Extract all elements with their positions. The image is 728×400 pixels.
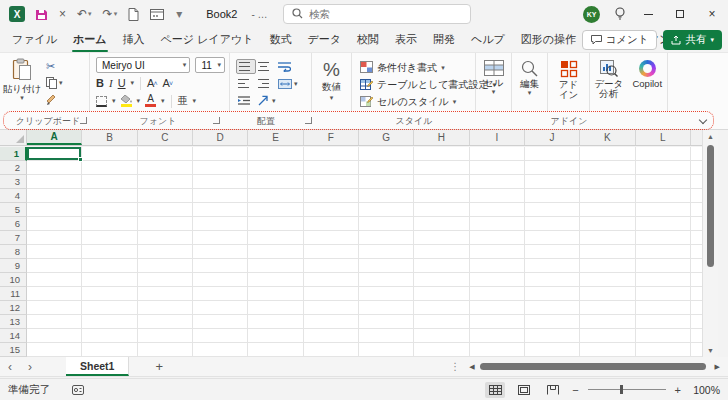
cell-partial[interactable] xyxy=(691,175,702,189)
cell-L2[interactable] xyxy=(636,161,691,175)
column-header-L[interactable]: L xyxy=(636,130,691,145)
column-header-K[interactable]: K xyxy=(580,130,635,145)
ribbon-tab-8[interactable]: 開発 xyxy=(425,28,463,52)
merge-center-button[interactable]: ▾ xyxy=(276,76,306,91)
column-header-A[interactable]: A xyxy=(27,130,82,145)
cell-B11[interactable] xyxy=(82,287,137,301)
new-file-icon[interactable] xyxy=(128,8,139,21)
cell-E13[interactable] xyxy=(248,315,303,329)
fill-color-dropdown[interactable]: ▾ xyxy=(137,97,141,105)
number-format-button[interactable]: % 数値 ▾ xyxy=(312,56,351,102)
cell-K13[interactable] xyxy=(580,315,635,329)
fill-color-button[interactable] xyxy=(121,95,132,107)
column-header-E[interactable]: E xyxy=(248,130,303,145)
search-input[interactable] xyxy=(309,8,439,20)
cell-I11[interactable] xyxy=(470,287,525,301)
clipboard-dialog-launcher[interactable] xyxy=(80,117,87,124)
cell-D8[interactable] xyxy=(193,245,248,259)
cell-F3[interactable] xyxy=(304,175,359,189)
cell-A4[interactable] xyxy=(27,189,82,203)
cell-D4[interactable] xyxy=(193,189,248,203)
row-header-9[interactable]: 9 xyxy=(0,259,27,273)
cell-partial[interactable] xyxy=(691,203,702,217)
cell-J1[interactable] xyxy=(525,147,580,161)
ribbon-tab-9[interactable]: ヘルプ xyxy=(463,28,513,52)
cell-partial[interactable] xyxy=(691,217,702,231)
cell-G10[interactable] xyxy=(359,273,414,287)
column-header-H[interactable]: H xyxy=(414,130,469,145)
row-header-15[interactable]: 15 xyxy=(0,343,27,357)
cell-H12[interactable] xyxy=(414,301,469,315)
cell-A13[interactable] xyxy=(27,315,82,329)
underline-dropdown[interactable]: ▾ xyxy=(131,79,135,87)
cell-F15[interactable] xyxy=(304,343,359,357)
cell-B9[interactable] xyxy=(82,259,137,273)
zoom-level[interactable]: 100% xyxy=(690,384,720,396)
alignment-dialog-launcher[interactable] xyxy=(305,117,312,124)
decrease-font-button[interactable]: A˅ xyxy=(163,77,173,89)
cell-H13[interactable] xyxy=(414,315,469,329)
cell-H8[interactable] xyxy=(414,245,469,259)
cell-H9[interactable] xyxy=(414,259,469,273)
borders-dropdown[interactable]: ▾ xyxy=(112,97,116,105)
cell-E5[interactable] xyxy=(248,203,303,217)
row-header-2[interactable]: 2 xyxy=(0,161,27,175)
cell-K5[interactable] xyxy=(580,203,635,217)
cell-E1[interactable] xyxy=(248,147,303,161)
cell-F12[interactable] xyxy=(304,301,359,315)
cell-K12[interactable] xyxy=(580,301,635,315)
borders-button[interactable] xyxy=(96,96,107,107)
cell-L13[interactable] xyxy=(636,315,691,329)
cell-G2[interactable] xyxy=(359,161,414,175)
lightbulb-icon[interactable] xyxy=(614,7,626,21)
cell-J3[interactable] xyxy=(525,175,580,189)
cell-F2[interactable] xyxy=(304,161,359,175)
cell-partial[interactable] xyxy=(691,329,702,343)
cell-H10[interactable] xyxy=(414,273,469,287)
cell-K8[interactable] xyxy=(580,245,635,259)
cell-A5[interactable] xyxy=(27,203,82,217)
cell-D12[interactable] xyxy=(193,301,248,315)
cell-B13[interactable] xyxy=(82,315,137,329)
cell-B8[interactable] xyxy=(82,245,137,259)
cell-D3[interactable] xyxy=(193,175,248,189)
cell-D2[interactable] xyxy=(193,161,248,175)
cell-L5[interactable] xyxy=(636,203,691,217)
cell-I1[interactable] xyxy=(470,147,525,161)
cells-button[interactable]: セル ▾ xyxy=(484,56,504,96)
row-header-3[interactable]: 3 xyxy=(0,175,27,189)
horizontal-scroll-thumb[interactable] xyxy=(480,363,706,370)
increase-font-button[interactable]: A˄ xyxy=(147,77,157,89)
cell-C4[interactable] xyxy=(138,189,193,203)
zoom-out-button[interactable]: − xyxy=(572,384,578,396)
cell-G14[interactable] xyxy=(359,329,414,343)
share-button[interactable]: 共有 ▾ xyxy=(663,30,722,50)
cell-G3[interactable] xyxy=(359,175,414,189)
cell-E7[interactable] xyxy=(248,231,303,245)
cell-C9[interactable] xyxy=(138,259,193,273)
cell-G5[interactable] xyxy=(359,203,414,217)
cell-L15[interactable] xyxy=(636,343,691,357)
cell-H14[interactable] xyxy=(414,329,469,343)
cell-F6[interactable] xyxy=(304,217,359,231)
cell-L6[interactable] xyxy=(636,217,691,231)
row-header-7[interactable]: 7 xyxy=(0,231,27,245)
cell-J9[interactable] xyxy=(525,259,580,273)
cell-K7[interactable] xyxy=(580,231,635,245)
qat-overflow-icon[interactable]: ▾ xyxy=(176,7,182,21)
vertical-scroll-thumb[interactable] xyxy=(707,145,714,267)
cell-J4[interactable] xyxy=(525,189,580,203)
align-right-button[interactable] xyxy=(256,76,276,91)
bold-button[interactable]: B xyxy=(96,77,104,89)
align-top-button[interactable] xyxy=(236,59,256,74)
font-color-dropdown[interactable]: ▾ xyxy=(161,97,165,105)
cell-G15[interactable] xyxy=(359,343,414,357)
cell-A15[interactable] xyxy=(27,343,82,357)
search-box[interactable] xyxy=(283,4,471,24)
cell-K4[interactable] xyxy=(580,189,635,203)
cell-L9[interactable] xyxy=(636,259,691,273)
column-header-partial[interactable] xyxy=(691,130,702,145)
cell-C1[interactable] xyxy=(138,147,193,161)
data-analysis-button[interactable]: データ分析 xyxy=(590,56,628,99)
cell-G12[interactable] xyxy=(359,301,414,315)
